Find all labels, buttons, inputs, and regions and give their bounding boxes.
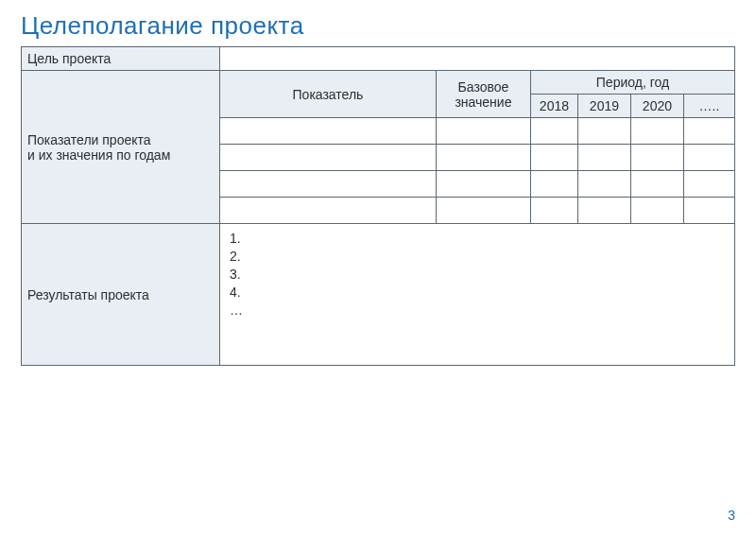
- cell-indicator: [220, 198, 437, 224]
- label-goal: Цель проекта: [22, 47, 220, 71]
- col-year-1: 2019: [577, 95, 630, 118]
- cell-y0: [530, 171, 577, 198]
- cell-y3: [683, 145, 734, 171]
- goal-setting-table: Цель проекта Показатели проекта и их зна…: [21, 46, 735, 366]
- cell-y2: [630, 198, 683, 224]
- cell-y1: [577, 145, 630, 171]
- page-number: 3: [728, 508, 735, 523]
- result-item: 4.: [230, 284, 725, 301]
- cell-y0: [530, 118, 577, 145]
- page-title: Целеполагание проекта: [21, 11, 735, 41]
- cell-y2: [630, 171, 683, 198]
- cell-y2: [630, 145, 683, 171]
- result-item: 1.: [230, 230, 725, 248]
- cell-indicator: [220, 145, 437, 171]
- cell-y1: [577, 198, 630, 224]
- result-item: 3.: [230, 266, 725, 284]
- col-year-3: …..: [683, 95, 734, 118]
- cell-y0: [530, 198, 577, 224]
- col-base-value: Базовое значение: [436, 71, 530, 118]
- cell-indicator: [220, 171, 437, 198]
- cell-base: [436, 198, 530, 224]
- cell-base: [436, 145, 530, 171]
- col-year-0: 2018: [530, 95, 577, 118]
- cell-base: [436, 171, 530, 198]
- cell-y3: [683, 171, 734, 198]
- cell-y1: [577, 118, 630, 145]
- cell-y0: [530, 145, 577, 171]
- cell-y1: [577, 171, 630, 198]
- label-results: Результаты проекта: [22, 224, 220, 366]
- cell-y3: [683, 198, 734, 224]
- cell-base: [436, 118, 530, 145]
- cell-indicator: [220, 118, 437, 145]
- result-item: 2.: [230, 248, 725, 266]
- label-indicators: Показатели проекта и их значения по года…: [22, 71, 220, 224]
- result-item: …: [230, 301, 725, 319]
- cell-y2: [630, 118, 683, 145]
- col-indicator: Показатель: [220, 71, 437, 118]
- col-period: Период, год: [530, 71, 734, 95]
- col-year-2: 2020: [630, 95, 683, 118]
- cell-y3: [683, 118, 734, 145]
- cell-results: 1. 2. 3. 4. …: [220, 224, 735, 366]
- cell-goal-value: [220, 47, 735, 71]
